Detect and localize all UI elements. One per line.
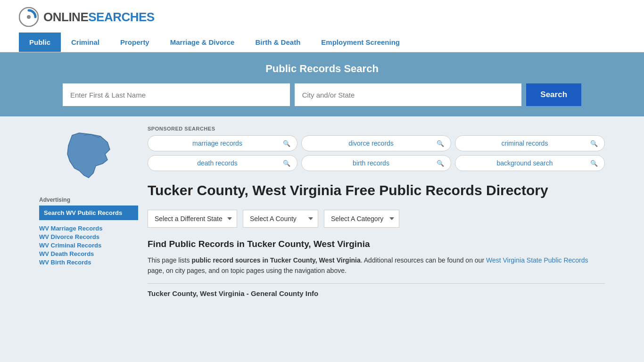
dropdowns-row: Select a Different State Select A County…: [148, 210, 605, 228]
sidebar-link-marriage[interactable]: WV Marriage Records: [39, 225, 138, 232]
state-map-icon: [58, 126, 119, 187]
find-text-1: This page lists: [148, 256, 191, 264]
main-nav: Public Criminal Property Marriage & Divo…: [19, 33, 625, 52]
main-content: SPONSORED SEARCHES marriage records 🔍 di…: [148, 126, 605, 297]
search-button[interactable]: Search: [526, 83, 581, 106]
sidebar-ad-label: Advertising: [39, 197, 138, 203]
main-container: Advertising Search WV Public Records WV …: [30, 116, 614, 307]
state-dropdown[interactable]: Select a Different State: [148, 210, 237, 228]
sidebar-ad-link[interactable]: Search WV Public Records: [39, 206, 138, 220]
sponsored-item-death-text: death records: [155, 159, 280, 167]
svg-point-1: [27, 15, 31, 19]
sponsored-item-marriage[interactable]: marriage records 🔍: [148, 135, 297, 151]
sidebar-link-death[interactable]: WV Death Records: [39, 250, 138, 257]
sponsored-item-divorce-text: divorce records: [308, 140, 434, 147]
page-heading: Tucker County, West Virginia Free Public…: [148, 181, 605, 199]
sidebar-link-criminal[interactable]: WV Criminal Records: [39, 242, 138, 249]
sidebar: Advertising Search WV Public Records WV …: [39, 126, 138, 297]
nav-item-property[interactable]: Property: [110, 33, 160, 52]
sponsored-item-death[interactable]: death records 🔍: [148, 155, 297, 171]
sponsored-item-birth[interactable]: birth records 🔍: [301, 155, 451, 171]
nav-item-public[interactable]: Public: [19, 33, 61, 52]
logo-icon: [19, 7, 39, 27]
location-input[interactable]: [295, 83, 522, 106]
search-icon-divorce: 🔍: [437, 140, 444, 147]
search-icon-death: 🔍: [283, 160, 290, 167]
sidebar-link-divorce[interactable]: WV Divorce Records: [39, 233, 138, 240]
sponsored-item-criminal-text: criminal records: [462, 140, 587, 147]
search-icon-marriage: 🔍: [283, 140, 290, 147]
name-input[interactable]: [63, 83, 290, 106]
search-form: Search: [63, 83, 581, 106]
sponsored-item-marriage-text: marriage records: [155, 140, 280, 147]
logo-text-searches: SEARCHES: [88, 10, 154, 25]
sidebar-link-birth[interactable]: WV Birth Records: [39, 259, 138, 266]
sponsored-item-birth-text: birth records: [308, 159, 434, 167]
county-dropdown[interactable]: Select A County: [243, 210, 318, 228]
find-records-heading: Find Public Records in Tucker County, We…: [148, 239, 605, 249]
sponsored-item-divorce[interactable]: divorce records 🔍: [301, 135, 451, 151]
find-text-bold: public record sources in Tucker County, …: [191, 256, 360, 264]
sponsored-item-criminal[interactable]: criminal records 🔍: [455, 135, 605, 151]
search-icon-criminal: 🔍: [590, 140, 598, 147]
sidebar-links: WV Marriage Records WV Divorce Records W…: [39, 225, 138, 266]
search-icon-background: 🔍: [590, 160, 598, 167]
sponsored-item-background-text: background search: [462, 159, 587, 167]
search-icon-birth: 🔍: [437, 160, 444, 167]
category-dropdown[interactable]: Select A Category: [324, 210, 399, 228]
search-banner-title: Public Records Search: [19, 63, 625, 75]
nav-item-employment[interactable]: Employment Screening: [311, 33, 410, 52]
search-banner: Public Records Search Search: [0, 52, 644, 116]
sponsored-grid: marriage records 🔍 divorce records 🔍 cri…: [148, 135, 605, 171]
find-records-text: This page lists public record sources in…: [148, 255, 605, 276]
logo-area: ONLINESEARCHES: [19, 7, 625, 27]
find-records-link[interactable]: West Virginia State Public Records: [486, 256, 588, 264]
general-info-heading: Tucker County, West Virginia - General C…: [148, 283, 605, 297]
nav-item-birth-death[interactable]: Birth & Death: [245, 33, 311, 52]
sponsored-label: SPONSORED SEARCHES: [148, 126, 605, 132]
find-text-2: . Additional resources can be found on o…: [361, 256, 486, 264]
find-text-3: page, on city pages, and on topic pages …: [148, 267, 347, 274]
nav-item-marriage-divorce[interactable]: Marriage & Divorce: [160, 33, 245, 52]
header: ONLINESEARCHES Public Criminal Property …: [0, 0, 644, 52]
logo-text-online: ONLINE: [43, 10, 88, 25]
sponsored-item-background[interactable]: background search 🔍: [455, 155, 605, 171]
nav-item-criminal[interactable]: Criminal: [61, 33, 110, 52]
